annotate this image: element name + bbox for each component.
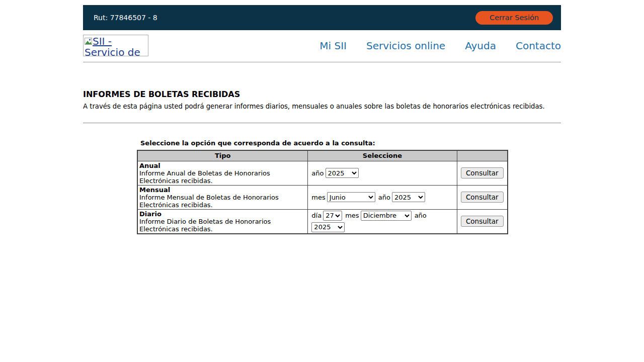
anual-type-label: Anual bbox=[139, 162, 160, 169]
diario-action-cell: Consultar bbox=[457, 209, 508, 234]
sii-logo-broken-image[interactable]: SII - Servicio de bbox=[83, 35, 148, 56]
site-header: SII - Servicio de Mi SII Servicios onlin… bbox=[83, 35, 561, 62]
diario-year-label: año bbox=[415, 212, 427, 219]
column-header-tipo: Tipo bbox=[137, 150, 308, 161]
column-header-action bbox=[457, 150, 508, 161]
logout-button[interactable]: Cerrar Sesión bbox=[475, 11, 553, 25]
table-row-diario: Diario Informe Diario de Boletas de Hono… bbox=[137, 209, 508, 234]
page-description: A través de esta página usted podrá gene… bbox=[83, 103, 561, 110]
mensual-action-cell: Consultar bbox=[457, 185, 508, 209]
mensual-year-label: año bbox=[378, 194, 390, 201]
topbar: Rut: 77846507 - 8 Cerrar Sesión bbox=[83, 5, 561, 30]
report-options-table: Tipo Seleccione Anual Informe Anual de B… bbox=[137, 150, 508, 234]
mensual-type-label: Mensual bbox=[139, 186, 170, 194]
main-nav: Mi SII Servicios online Ayuda Contacto bbox=[319, 40, 561, 52]
mensual-select-cell: mesJunioaño2025 bbox=[308, 185, 457, 209]
diario-consultar-button[interactable]: Consultar bbox=[461, 216, 504, 227]
nav-ayuda[interactable]: Ayuda bbox=[465, 40, 496, 52]
diario-month-select[interactable]: Diciembre bbox=[361, 211, 412, 221]
mensual-year-select[interactable]: 2025 bbox=[392, 192, 425, 202]
diario-month-label: mes bbox=[345, 212, 359, 219]
table-row-anual: Anual Informe Anual de Boletas de Honora… bbox=[137, 161, 508, 185]
diario-type-label: Diario bbox=[139, 210, 162, 218]
nav-mi-sii[interactable]: Mi SII bbox=[319, 40, 347, 52]
nav-contacto[interactable]: Contacto bbox=[516, 40, 561, 52]
divider bbox=[83, 123, 561, 123]
diario-day-label: día bbox=[311, 212, 321, 219]
table-row-mensual: Mensual Informe Mensual de Boletas de Ho… bbox=[137, 185, 508, 209]
page-title: INFORMES DE BOLETAS RECIBIDAS bbox=[83, 89, 561, 99]
diario-type-description: Informe Diario de Boletas de Honorarios … bbox=[139, 218, 271, 233]
table-header-row: Tipo Seleccione bbox=[137, 150, 508, 161]
mensual-month-select[interactable]: Junio bbox=[327, 192, 375, 202]
anual-tipo-cell: Anual Informe Anual de Boletas de Honora… bbox=[137, 161, 308, 185]
broken-image-icon bbox=[85, 38, 92, 45]
page-container: Rut: 77846507 - 8 Cerrar Sesión SII - Se… bbox=[83, 0, 561, 234]
anual-type-description: Informe Anual de Boletas de Honorarios E… bbox=[139, 169, 270, 185]
logo-alt-text: SII - Servicio de bbox=[85, 35, 140, 56]
form-intro-text: Seleccione la opción que corresponda de … bbox=[140, 139, 561, 147]
mensual-tipo-cell: Mensual Informe Mensual de Boletas de Ho… bbox=[137, 185, 308, 209]
column-header-seleccione: Seleccione bbox=[308, 150, 457, 161]
diario-select-cell: día27mesDiciembreaño 2025 bbox=[308, 209, 457, 234]
anual-consultar-button[interactable]: Consultar bbox=[461, 167, 504, 178]
diario-tipo-cell: Diario Informe Diario de Boletas de Hono… bbox=[137, 209, 308, 234]
rut-label: Rut: 77846507 - 8 bbox=[94, 14, 157, 22]
mensual-month-label: mes bbox=[311, 194, 325, 201]
anual-select-cell: año2025 bbox=[308, 161, 457, 185]
mensual-type-description: Informe Mensual de Boletas de Honorarios… bbox=[139, 194, 279, 209]
diario-day-select[interactable]: 27 bbox=[323, 211, 342, 221]
mensual-consultar-button[interactable]: Consultar bbox=[461, 192, 504, 203]
diario-year-select[interactable]: 2025 bbox=[311, 222, 345, 232]
anual-action-cell: Consultar bbox=[457, 161, 508, 185]
anual-year-select[interactable]: 2025 bbox=[326, 168, 359, 178]
nav-servicios-online[interactable]: Servicios online bbox=[366, 40, 445, 52]
anual-year-label: año bbox=[311, 169, 324, 177]
